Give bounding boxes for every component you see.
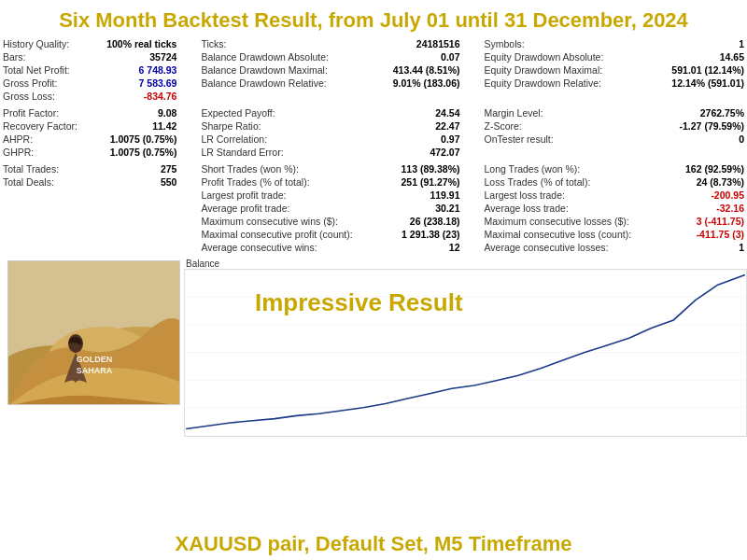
chart-area: Balance xyxy=(180,256,747,452)
desert-svg: GOLDEN SAHARA xyxy=(8,261,180,405)
table-row: Total Trades: 275 Short Trades (won %): … xyxy=(0,162,747,175)
table-row: Largest profit trade: 119.91 Largest los… xyxy=(0,189,747,202)
table-row: Total Net Profit: 6 748.93 Balance Drawd… xyxy=(0,63,747,77)
table-row: Total Deals: 550 Profit Trades (% of tot… xyxy=(0,175,747,189)
symbols-label: Symbols: xyxy=(482,37,657,50)
table-row: Bars: 35724 Balance Drawdown Absolute: 0… xyxy=(0,50,747,63)
desert-art: GOLDEN SAHARA xyxy=(7,260,180,405)
table-row: AHPR: 1.0075 (0.75%) LR Correlation: 0.9… xyxy=(0,133,747,146)
xauusd-text: XAUUSD pair, Default Set, M5 Timeframe xyxy=(0,532,747,556)
chart-title: Balance xyxy=(184,256,747,269)
ticks-label: Ticks: xyxy=(198,37,379,50)
symbols-value: 1 xyxy=(657,37,747,50)
table-row: Profit Factor: 9.08 Expected Payoff: 24.… xyxy=(0,106,747,119)
table-row: Gross Loss: -834.76 xyxy=(0,90,747,103)
page-title: Six Month Backtest Result, from July 01 … xyxy=(0,0,747,37)
table-row: Gross Profit: 7 583.69 Balance Drawdown … xyxy=(0,77,747,90)
hq-label: History Quality: xyxy=(0,37,92,50)
table-row: Recovery Factor: 11.42 Sharpe Ratio: 22.… xyxy=(0,119,747,133)
hq-value: 100% real ticks xyxy=(92,37,180,50)
table-row: Average profit trade: 30.21 Average loss… xyxy=(0,202,747,215)
art-label-2: SAHARA xyxy=(77,366,113,375)
table-row: Maximum consecutive wins ($): 26 (238.18… xyxy=(0,215,747,228)
ticks-value: 24181516 xyxy=(379,37,463,50)
table-row: Average consecutive wins: 12 Average con… xyxy=(0,241,747,254)
table-row: History Quality: 100% real ticks Ticks: … xyxy=(0,37,747,50)
table-row: Maximal consecutive profit (count): 1 29… xyxy=(0,228,747,241)
table-row: GHPR: 1.0075 (0.75%) LR Standard Error: … xyxy=(0,146,747,159)
impressive-result-text: Impressive Result xyxy=(255,288,463,317)
art-label-1: GOLDEN xyxy=(77,355,113,364)
stats-table: History Quality: 100% real ticks Ticks: … xyxy=(0,37,747,254)
